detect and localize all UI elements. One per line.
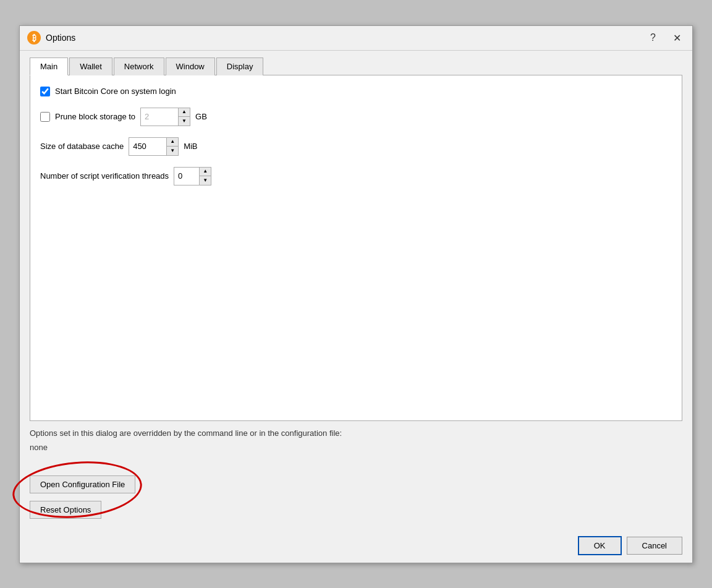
prune-spin-buttons: ▲ ▼: [178, 108, 190, 126]
options-dialog: ₿ Options ? ✕ Main Wallet Network Window…: [19, 25, 693, 563]
prune-spinbox: ▲ ▼: [140, 108, 190, 126]
threads-spinbox: ▲ ▼: [174, 167, 211, 185]
tab-network[interactable]: Network: [114, 58, 164, 75]
cancel-button[interactable]: Cancel: [627, 537, 682, 555]
reset-options-button[interactable]: Reset Options: [30, 501, 101, 519]
start-login-checkbox[interactable]: [40, 87, 50, 96]
tab-main[interactable]: Main: [30, 58, 68, 75]
title-bar-left: ₿ Options: [27, 31, 75, 45]
override-text: Options set in this dialog are overridde…: [30, 428, 682, 438]
start-login-label[interactable]: Start Bitcoin Core on system login: [55, 87, 176, 96]
threads-spin-buttons: ▲ ▼: [199, 168, 211, 185]
close-button[interactable]: ✕: [669, 31, 685, 45]
threads-spin-down[interactable]: ▼: [200, 176, 211, 185]
db-cache-label: Size of database cache: [40, 142, 124, 151]
prune-row: Prune block storage to ▲ ▼ GB: [40, 108, 672, 126]
window-title: Options: [46, 33, 75, 43]
prune-label[interactable]: Prune block storage to: [55, 112, 135, 121]
dialog-body: Main Wallet Network Window Display Start…: [20, 51, 692, 529]
db-cache-row: Size of database cache ▲ ▼ MiB: [40, 137, 672, 156]
prune-unit: GB: [195, 112, 207, 121]
title-bar: ₿ Options ? ✕: [20, 26, 692, 51]
threads-label: Number of script verification threads: [40, 171, 169, 181]
db-cache-spin-buttons: ▲ ▼: [166, 138, 178, 155]
tab-wallet[interactable]: Wallet: [69, 58, 112, 75]
bottom-section: Open Configuration File Reset Options: [30, 475, 682, 519]
prune-spin-up[interactable]: ▲: [179, 108, 190, 117]
prune-spin-down[interactable]: ▼: [179, 117, 190, 126]
bitcoin-icon: ₿: [27, 31, 41, 45]
open-config-button[interactable]: Open Configuration File: [30, 475, 135, 493]
ok-button[interactable]: OK: [578, 536, 622, 555]
tab-bar: Main Wallet Network Window Display: [30, 57, 682, 75]
db-cache-value-input[interactable]: [129, 138, 166, 155]
prune-value-input[interactable]: [141, 108, 178, 126]
prune-checkbox[interactable]: [40, 112, 50, 122]
threads-value-input[interactable]: [174, 168, 199, 185]
open-config-container: Open Configuration File: [30, 475, 682, 493]
tab-window[interactable]: Window: [166, 58, 215, 75]
override-value: none: [30, 443, 682, 452]
threads-row: Number of script verification threads ▲ …: [40, 167, 672, 185]
title-bar-controls: ? ✕: [646, 31, 685, 45]
tab-display[interactable]: Display: [216, 58, 264, 75]
db-cache-spin-down[interactable]: ▼: [167, 147, 178, 155]
db-cache-unit: MiB: [184, 142, 197, 151]
start-login-row: Start Bitcoin Core on system login: [40, 87, 672, 96]
threads-spin-up[interactable]: ▲: [200, 168, 211, 176]
info-section: Options set in this dialog are overridde…: [30, 421, 682, 469]
db-cache-spin-up[interactable]: ▲: [167, 138, 178, 147]
help-button[interactable]: ?: [646, 31, 659, 45]
dialog-footer: OK Cancel: [20, 529, 692, 563]
tab-content-main: Start Bitcoin Core on system login Prune…: [30, 75, 682, 421]
db-cache-spinbox: ▲ ▼: [129, 137, 179, 156]
